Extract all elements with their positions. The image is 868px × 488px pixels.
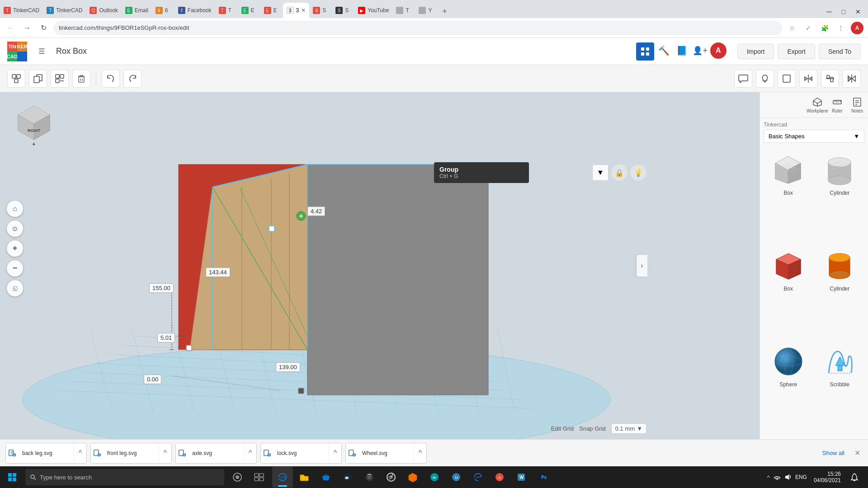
workplane-button[interactable]: Workplane (808, 96, 826, 114)
taskbar-search-bar[interactable]: Type here to search (25, 469, 224, 485)
tray-network[interactable] (772, 473, 782, 482)
tab-2[interactable]: TTinkerCAD (43, 3, 86, 18)
close-button[interactable]: ✕ (852, 5, 864, 18)
add-person-button[interactable]: 👤+ (692, 42, 708, 59)
taskbar-arduino[interactable]: ∞ (424, 467, 445, 488)
taskbar-radio[interactable] (359, 467, 380, 488)
fit-view-button[interactable]: ⊙ (7, 221, 23, 237)
tray-lang[interactable]: ENG (794, 473, 808, 481)
start-button[interactable] (2, 467, 23, 488)
profile-button[interactable]: A (710, 42, 726, 59)
shape-sphere-blue[interactable]: Sphere (765, 343, 811, 434)
refresh-button[interactable]: ↻ (37, 22, 50, 34)
tab-4[interactable]: EEmail (122, 3, 152, 18)
stamp-tool-button[interactable] (51, 70, 69, 88)
shape-button[interactable] (778, 70, 796, 88)
tab-8[interactable]: EE (238, 3, 260, 18)
lock-button[interactable]: 🔒 (611, 164, 627, 181)
address-bar[interactable]: tinkercad.com/things/9FBOR1eSGpR-rox-box… (53, 21, 782, 35)
dropdown-arrow-button[interactable]: ▼ (592, 164, 609, 181)
shape-box-grey[interactable]: Box (765, 152, 811, 242)
tab-14[interactable]: T (392, 3, 415, 18)
tab-3[interactable]: OOutlook (86, 3, 121, 18)
show-all-button[interactable]: Show all (815, 446, 852, 460)
download-chevron-3[interactable]: ^ (244, 443, 256, 464)
taskbar-file-explorer[interactable] (294, 467, 315, 488)
shape-box-red[interactable]: Box (765, 248, 811, 338)
profile-avatar[interactable]: A (851, 22, 863, 34)
canvas-area[interactable]: + 4.42 143.44 155.00 5.01 139.00 (0, 92, 760, 439)
snap-value-dropdown[interactable]: 0.1 mm ▼ (611, 423, 646, 434)
edit-grid-button[interactable]: Edit Grid (551, 425, 574, 432)
tab-5[interactable]: 66 (152, 3, 175, 18)
tab-12[interactable]: SS (332, 3, 354, 18)
downloads-close-button[interactable]: ✕ (852, 443, 863, 464)
tab-9[interactable]: EE (260, 3, 283, 18)
maximize-button[interactable]: □ (837, 5, 850, 18)
taskbar-clock[interactable]: 15:26 04/06/2021 (810, 471, 844, 483)
send-to-button[interactable]: Send To (819, 44, 861, 59)
shape-cylinder-orange[interactable]: Cylinder (817, 248, 863, 338)
taskbar-app9[interactable]: M (446, 467, 467, 488)
download-chevron-1[interactable]: ^ (74, 443, 86, 464)
taskbar-word[interactable]: W (511, 467, 532, 488)
taskbar-autocad[interactable]: A (489, 467, 510, 488)
tab-7[interactable]: TT (215, 3, 238, 18)
taskbar-edge2[interactable] (467, 467, 488, 488)
taskbar-steam[interactable] (337, 467, 358, 488)
download-chevron-5[interactable]: ^ (414, 443, 426, 464)
puzzle-icon[interactable]: 🧩 (818, 22, 831, 34)
tray-chevron[interactable]: ^ (766, 473, 771, 482)
tab-6[interactable]: fFacebook (175, 3, 215, 18)
taskbar-store[interactable] (316, 467, 336, 488)
ruler-button[interactable]: Ruler (828, 96, 846, 114)
taskbar-fusion[interactable] (402, 467, 423, 488)
bookmark-button[interactable]: ☆ (786, 22, 798, 34)
tab-15[interactable]: Y (415, 3, 438, 18)
zoom-out-button[interactable]: − (7, 260, 23, 277)
tinkercad-logo[interactable]: TIN KER CAD (7, 42, 27, 61)
extensions-button[interactable]: ✓ (802, 22, 815, 34)
align-button[interactable] (821, 70, 839, 88)
tab-13[interactable]: ▶YouTube (354, 3, 392, 18)
taskbar-cortana[interactable] (227, 467, 248, 488)
copy-tool-button[interactable] (29, 70, 47, 88)
export-button[interactable]: Export (778, 44, 815, 59)
taskbar-photoshop[interactable]: Ps (533, 467, 553, 488)
new-tab-button[interactable]: + (438, 5, 451, 18)
perspective-button[interactable]: ◱ (7, 280, 23, 296)
tab-11[interactable]: SS (309, 3, 332, 18)
book-icon-button[interactable]: 📘 (674, 42, 690, 59)
notes-button[interactable]: Notes (848, 96, 866, 114)
flip-button[interactable] (843, 70, 861, 88)
import-button[interactable]: Import (737, 44, 774, 59)
redo-button[interactable] (123, 70, 142, 88)
hammer-icon-button[interactable]: 🔨 (656, 42, 672, 59)
shape-scribble[interactable]: Scribble (817, 343, 863, 434)
taskbar-edge[interactable] (272, 467, 293, 488)
undo-button[interactable] (102, 70, 120, 88)
speech-bubble-button[interactable] (734, 70, 752, 88)
back-button[interactable]: ← (5, 22, 17, 34)
taskbar-task-view[interactable] (249, 467, 269, 488)
grid-view-button[interactable] (636, 42, 654, 61)
group-tool-button[interactable] (7, 70, 25, 88)
menu-button[interactable]: ☰ (34, 44, 49, 59)
menu-icon[interactable]: ⋮ (835, 22, 847, 34)
delete-tool-button[interactable] (72, 70, 90, 88)
category-dropdown[interactable]: Basic Shapes ▼ (764, 130, 864, 143)
taskbar-chrome[interactable] (381, 467, 401, 488)
home-view-button[interactable]: ⌂ (7, 201, 23, 217)
tab-1[interactable]: TTinkerCAD (0, 3, 43, 18)
tab-10-active[interactable]: 33✕ (283, 3, 310, 18)
view-cube[interactable]: RIGHT ▲ (14, 101, 54, 142)
download-chevron-4[interactable]: ^ (329, 443, 341, 464)
zoom-in-button[interactable]: + (7, 240, 23, 257)
forward-button[interactable]: → (21, 22, 33, 34)
minimize-button[interactable]: ─ (823, 5, 835, 18)
light-button[interactable]: 💡 (630, 164, 646, 181)
mirror-button[interactable] (799, 70, 817, 88)
download-chevron-2[interactable]: ^ (159, 443, 171, 464)
lightbulb-button[interactable] (756, 70, 774, 88)
panel-collapse-button[interactable]: › (637, 255, 647, 277)
